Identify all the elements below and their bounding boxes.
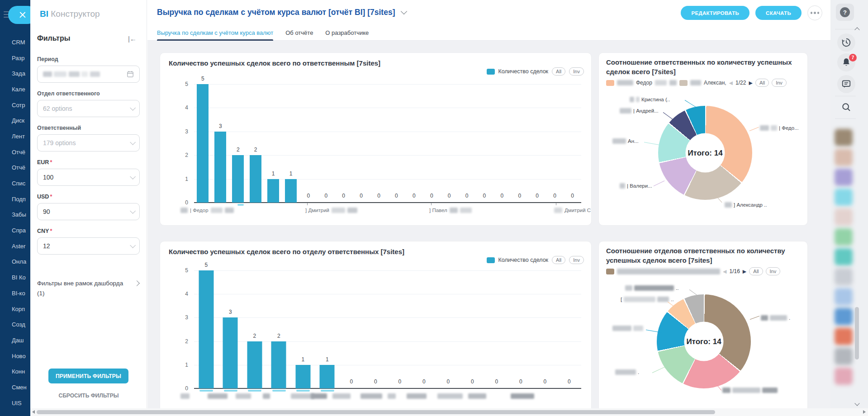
vertical-scrollbar[interactable] <box>855 307 859 359</box>
filter-select[interactable]: 62 options <box>37 100 140 117</box>
donut-label: ] Александр .. <box>725 202 767 208</box>
scroll-right-icon[interactable] <box>863 410 866 414</box>
avatar[interactable] <box>835 348 853 365</box>
donut-chart[interactable]: Итого: 14 <box>657 294 751 388</box>
left-menu-item[interactable]: Aster <box>0 238 30 254</box>
left-menu-item[interactable]: Отчё <box>0 144 30 160</box>
chat-button[interactable] <box>837 75 855 93</box>
bar[interactable] <box>295 365 310 388</box>
download-button[interactable]: СКАЧАТЬ <box>755 6 802 20</box>
avatar[interactable] <box>835 129 853 146</box>
legend-all-button[interactable]: All <box>552 256 565 264</box>
apply-filters-button[interactable]: ПРИМЕНИТЬ ФИЛЬТРЫ <box>48 369 128 383</box>
outside-filters-link[interactable]: Фильтры вне рамок дашборда (1) <box>37 279 140 298</box>
page-prev-icon[interactable]: ◀ <box>729 80 733 86</box>
avatar[interactable] <box>835 248 853 265</box>
bar[interactable] <box>250 155 261 203</box>
left-menu-item[interactable]: Кале <box>0 81 30 97</box>
left-menu-item[interactable]: Отчё <box>0 160 30 176</box>
avatar[interactable] <box>835 169 853 186</box>
scroll-up-icon[interactable] <box>855 27 859 31</box>
left-menu-item[interactable]: Даш <box>0 332 30 348</box>
left-menu-item[interactable]: Смен <box>0 379 30 395</box>
legend-all-button[interactable]: All <box>749 267 763 275</box>
tab-about-report[interactable]: Об отчёте <box>285 25 313 41</box>
legend-inv-button[interactable]: Inv <box>766 267 781 275</box>
avatar[interactable] <box>835 328 853 345</box>
left-menu-item[interactable]: Разр <box>0 50 30 66</box>
horizontal-scrollbar[interactable] <box>37 410 715 414</box>
bar[interactable] <box>223 317 238 388</box>
left-menu-item[interactable]: Ново <box>0 348 30 364</box>
left-menu-item[interactable]: Диск <box>0 113 30 128</box>
page-prev-icon[interactable]: ◀ <box>723 269 726 274</box>
avatar[interactable] <box>835 228 853 246</box>
search-button[interactable] <box>841 102 851 112</box>
filter-select[interactable]: 12 <box>37 237 140 255</box>
avatar[interactable] <box>835 308 853 325</box>
bar[interactable] <box>271 341 286 388</box>
left-menu-item[interactable]: Забы <box>0 207 30 223</box>
period-input[interactable] <box>37 66 140 83</box>
reset-filters-button[interactable]: СБРОСИТЬ ФИЛЬТРЫ <box>30 392 147 399</box>
bar[interactable] <box>214 132 226 203</box>
left-menu-item[interactable]: CRM <box>0 34 30 50</box>
avatar[interactable] <box>835 149 853 166</box>
left-menu-item[interactable]: Корп <box>0 301 30 317</box>
filter-select[interactable]: 100 <box>37 169 140 186</box>
history-button[interactable] <box>837 33 855 52</box>
bar-slot: 2 <box>242 270 267 388</box>
left-menu-item[interactable]: Лент <box>0 128 30 144</box>
scroll-down-icon[interactable] <box>855 401 859 404</box>
report-title[interactable]: Выручка по сделкам с учётом курса валют … <box>157 8 406 17</box>
bar[interactable] <box>285 179 297 203</box>
left-menu-item[interactable]: UIS <box>0 395 30 411</box>
close-panel-button[interactable] <box>8 6 30 24</box>
tab-revenue[interactable]: Выручка по сделкам с учётом курса валют <box>157 25 273 41</box>
bar[interactable] <box>197 84 209 203</box>
left-menu-item[interactable]: Спра <box>0 222 30 238</box>
legend-all-button[interactable]: All <box>755 79 769 87</box>
bar[interactable] <box>320 365 335 388</box>
legend-inv-button[interactable]: Inv <box>772 79 787 87</box>
avatar[interactable] <box>835 189 853 206</box>
bar[interactable] <box>232 155 244 203</box>
left-menu-item[interactable]: BI-ко <box>0 285 30 301</box>
filter-select[interactable]: 90 <box>37 203 140 220</box>
page-next-icon[interactable]: ▶ <box>743 269 746 274</box>
legend-inv-button[interactable]: Inv <box>569 67 584 76</box>
avatar[interactable] <box>835 268 853 285</box>
left-menu-item[interactable]: BI Ко <box>0 269 30 285</box>
more-actions-button[interactable] <box>807 5 822 20</box>
bar-slot: 0 <box>412 270 436 388</box>
left-menu-item[interactable]: Спис <box>0 175 30 191</box>
left-menu-item[interactable]: Конн <box>0 364 30 379</box>
bar[interactable] <box>199 270 213 388</box>
left-menu-item[interactable]: Подп <box>0 191 30 207</box>
legend-inv-button[interactable]: Inv <box>569 256 584 264</box>
left-menu-item[interactable]: Сотр <box>0 97 30 113</box>
left-menu-item[interactable]: Зада <box>0 66 30 81</box>
bar-slot: 0 <box>511 84 528 203</box>
edit-button[interactable]: РЕДАКТИРОВАТЬ <box>681 6 749 20</box>
filter-select[interactable]: 179 options <box>37 134 140 151</box>
legend-label: Количество сделок <box>498 257 549 263</box>
bar[interactable] <box>267 179 279 203</box>
avatar[interactable] <box>835 368 853 385</box>
bar[interactable] <box>247 341 262 388</box>
help-button[interactable]: ? <box>836 4 854 21</box>
bar-slot: 0 <box>388 84 405 203</box>
bar-plot: 0123455322110000000000000000 <box>194 84 581 203</box>
left-menu-item[interactable]: Созд <box>0 317 30 332</box>
left-menu-item[interactable]: Онла <box>0 254 30 270</box>
bar-slot: 0 <box>352 84 370 203</box>
avatar[interactable] <box>835 288 853 305</box>
tab-about-developer[interactable]: О разработчике <box>325 25 369 41</box>
bar-value-label: 0 <box>324 193 327 199</box>
legend-all-button[interactable]: All <box>552 67 565 76</box>
scroll-left-icon[interactable] <box>32 410 35 414</box>
donut-chart[interactable]: Итого: 14 <box>658 106 752 200</box>
page-next-icon[interactable]: ▶ <box>749 80 752 86</box>
avatar[interactable] <box>835 208 853 226</box>
collapse-panel-icon[interactable]: |← <box>128 35 137 43</box>
